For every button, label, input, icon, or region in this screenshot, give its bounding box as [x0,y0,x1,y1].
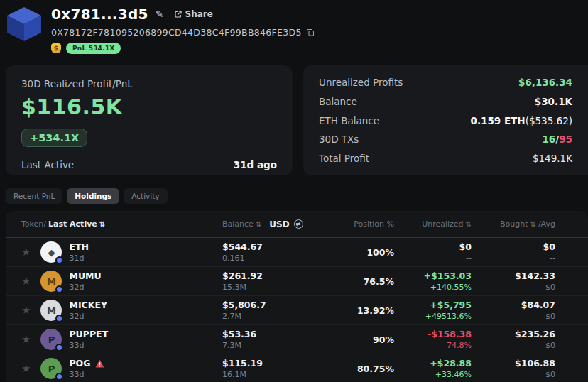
unrealized-usd: $0 [459,241,472,252]
balance-amount: 16.1M [222,370,246,379]
balance-usd: $261.92 [222,271,263,281]
position-cell: 80.75% [307,364,394,374]
tab-recent-pnl[interactable]: Recent PnL [6,188,62,204]
token-cell: ★ P POG 33d [6,358,222,379]
balance-cell: $5,806.7 2.7M [222,300,307,321]
bought-avg: -- [550,253,555,263]
favorite-star-icon[interactable]: ★ [21,275,31,288]
unrealized-percent: +49513.6% [425,312,472,321]
pnl-badge: PnL 534.1X [66,43,121,54]
balance-amount: 7.3M [222,341,241,350]
balance-usd: $115.19 [222,358,263,369]
unrealized-cell: +$28.88 +33.46% [394,358,472,379]
balance-value: $30.1K [535,96,572,107]
sort-icon[interactable]: ⇅ [256,221,261,228]
unrealized-cell: +$153.03 +140.55% [394,271,472,292]
table-row[interactable]: ★ M MICKEY 32d $5,806.7 2.7M 13.92% [6,296,588,325]
table-row[interactable]: ★ P PUPPET 33d $53.36 7.3M 90% [6,325,588,354]
unrealized-usd: -$158.38 [428,329,472,339]
token-cell: ★ P PUPPET 33d [6,329,222,350]
token-cell: ★ M MUMU 32d [6,271,222,292]
token-symbol[interactable]: MUMU [69,271,101,281]
tab-activity[interactable]: Activity [124,188,167,204]
unrealized-cell: +$5,795 +49513.6% [394,300,472,321]
token-symbol[interactable]: PUPPET [69,329,108,339]
table-header: Token/Last Active⇅ Balance⇅ USD ⇄ Positi… [6,211,588,238]
bought-avg: $0 [545,312,555,321]
token-age: 32d [69,283,101,292]
unrealized-percent: -- [466,253,472,263]
token-icon: P [40,358,62,379]
copy-icon[interactable] [306,28,315,37]
token-symbol[interactable]: MICKEY [69,300,107,310]
share-label: Share [185,9,213,19]
summary-cards: 30D Realized Profit/PnL $116.5K +534.1X … [0,65,588,175]
warning-icon [95,359,104,368]
eth-balance-value: 0.159 ETH($535.62) [470,115,572,126]
unrealized-profits-value: $6,136.34 [518,77,572,88]
table-row[interactable]: ★ ◆ ETH 31d $544.67 0.161 100% [6,238,588,267]
favorite-star-icon[interactable]: ★ [21,304,31,317]
wallet-name: 0x781...3d5 [51,6,148,23]
sort-icon[interactable]: ⇅ [99,221,105,228]
wallet-avatar [6,6,43,43]
favorite-star-icon[interactable]: ★ [21,246,31,258]
stat-row-total-profit: Total Profit $149.1K [319,153,572,164]
realized-pnl-card: 30D Realized Profit/PnL $116.5K +534.1X … [6,65,293,175]
favorite-star-icon[interactable]: ★ [21,362,31,375]
stat-row-unrealized: Unrealized Profits $6,136.34 [319,77,572,88]
currency-label: USD [269,219,289,229]
share-icon [174,10,183,18]
column-balance[interactable]: Balance⇅ USD ⇄ [222,219,307,229]
token-icon: M [40,271,62,292]
token-age: 31d [69,253,89,263]
balance-cell: $115.19 16.1M [222,358,307,379]
column-token-last-active[interactable]: Token/Last Active⇅ [6,219,222,229]
column-unrealized[interactable]: Unrealized⇅ [394,219,472,229]
share-button[interactable]: Share [174,9,213,19]
position-percent: 90% [373,334,394,345]
position-percent: 80.75% [357,364,394,374]
token-icon: M [40,300,62,321]
column-position[interactable]: Position % [307,219,394,229]
token-cell: ★ ◆ ETH 31d [6,241,222,263]
last-active-value: 31d ago [234,159,277,170]
stat-row-eth-balance: ETH Balance 0.159 ETH($535.62) [319,115,572,126]
sort-icon[interactable]: ⇅ [530,221,536,228]
balance-usd: $5,806.7 [222,300,266,310]
unrealized-usd: +$28.88 [430,358,472,369]
bought-usd: $142.33 [515,271,555,281]
favorite-star-icon[interactable]: ★ [21,333,31,346]
column-bought-avg[interactable]: Bought⇅/Avg [472,219,555,229]
tab-bar: Recent PnL Holdings Activity [0,188,588,204]
table-row[interactable]: ★ P POG 33d $115.19 16.1M 80.75% [6,354,588,382]
token-symbol[interactable]: ETH [69,241,89,252]
tab-holdings[interactable]: Holdings [67,188,119,204]
token-symbol[interactable]: POG [69,358,90,369]
chain-badge-icon [55,344,63,351]
wallet-header: 0x781...3d5 ✎ Share 0X78172F781095206899… [0,0,588,54]
bought-cell: $84.07 $0 [472,300,555,321]
wallet-dashboard: 0x781...3d5 ✎ Share 0X78172F781095206899… [0,0,588,382]
unrealized-usd: +$5,795 [430,300,472,310]
chain-badge-icon [55,285,63,293]
token-icon: P [40,329,62,350]
unrealized-percent: -74.8% [444,341,472,350]
bought-usd: $106.88 [515,358,555,369]
stats-card: Unrealized Profits $6,136.34 Balance $30… [303,65,588,175]
table-row[interactable]: ★ M MUMU 32d $261.92 15.3M 76.5% [6,267,588,296]
wallet-info: 0x781...3d5 ✎ Share 0X78172F781095206899… [51,4,315,54]
token-age: 33d [69,341,108,350]
multiplier-badge: +534.1X [21,129,87,147]
unrealized-percent: +140.55% [430,283,472,292]
wallet-address: 0X78172F781095206899CD44D38C4F99BB846FE3… [51,27,302,38]
sort-icon[interactable]: ⇅ [466,221,472,228]
currency-toggle-icon[interactable]: ⇄ [294,219,303,229]
edit-icon[interactable]: ✎ [156,9,164,20]
realized-pnl-label: 30D Realized Profit/PnL [21,78,277,89]
unrealized-percent: +33.46% [435,370,472,379]
balance-amount: 2.7M [222,312,241,321]
txs-value: 16/95 [542,133,572,145]
token-icon: ◆ [40,241,62,263]
bought-cell: $142.33 $0 [472,271,555,292]
